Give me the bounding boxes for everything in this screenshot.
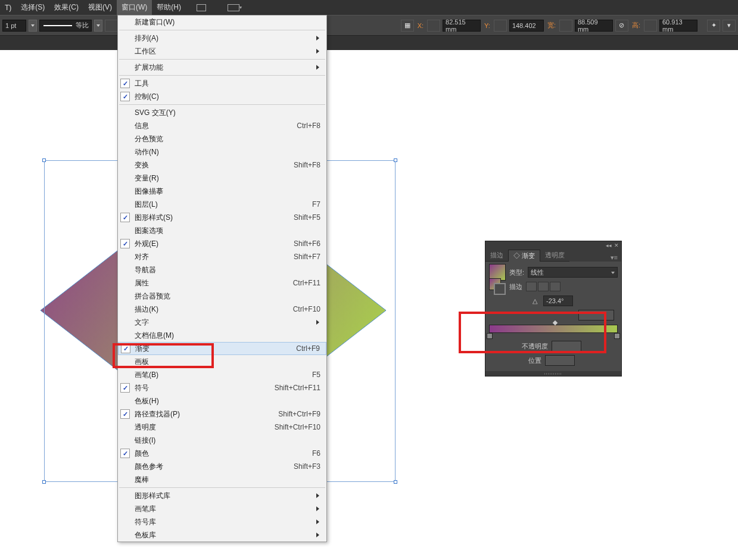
menu-row[interactable]: 画板 bbox=[118, 355, 326, 368]
menu-row[interactable]: ✓控制(C) bbox=[118, 90, 326, 103]
stroke-size-field[interactable]: 1 pt bbox=[2, 20, 26, 32]
menu-row[interactable]: 变量(R) bbox=[118, 172, 326, 185]
menu-label: 文档信息(M) bbox=[135, 331, 320, 341]
menu-label: 扩展功能 bbox=[135, 63, 320, 73]
menu-row[interactable]: SVG 交互(Y) bbox=[118, 106, 326, 119]
menu-item-select[interactable]: 选择(S) bbox=[16, 0, 49, 15]
menu-label: 工具 bbox=[135, 79, 320, 89]
link-icon[interactable]: ⊘ bbox=[615, 20, 628, 32]
menu-row[interactable]: ✓工具 bbox=[118, 77, 326, 90]
stroke-type-btn-3[interactable] bbox=[550, 282, 560, 291]
menu-row[interactable]: ✓渐变Ctrl+F9 bbox=[118, 342, 326, 355]
y-stepper[interactable] bbox=[494, 20, 507, 32]
check-icon: ✓ bbox=[121, 344, 130, 353]
panel-titlebar[interactable]: ◂◂ ✕ bbox=[485, 241, 621, 250]
stroke-type-btn-1[interactable] bbox=[526, 282, 537, 291]
menu-row[interactable]: 动作(N) bbox=[118, 145, 326, 158]
toolbar-icon-a[interactable]: ✦ bbox=[707, 20, 720, 32]
angle-field[interactable]: -23.4° bbox=[543, 295, 573, 306]
menu-row[interactable]: 魔棒 bbox=[118, 473, 326, 486]
location-label: 位置 bbox=[528, 356, 541, 365]
resize-handle-tr[interactable] bbox=[394, 158, 397, 162]
menu-row[interactable]: ✓路径查找器(P)Shift+Ctrl+F9 bbox=[118, 407, 326, 421]
menu-item-window[interactable]: 窗口(W) bbox=[117, 0, 152, 15]
stroke-type-btn-2[interactable] bbox=[538, 282, 549, 291]
y-field[interactable]: 148.402 bbox=[509, 20, 544, 32]
check-icon: ✓ bbox=[120, 213, 130, 222]
tab-gradient[interactable]: ◇ 渐变 bbox=[508, 250, 540, 262]
w-field[interactable]: 88.509 mm bbox=[575, 20, 613, 32]
location-field[interactable] bbox=[545, 355, 575, 366]
menu-row[interactable]: 属性Ctrl+F11 bbox=[118, 276, 326, 290]
panel-resize-grip[interactable] bbox=[485, 371, 621, 376]
menu-item-effect[interactable]: 效果(C) bbox=[49, 0, 83, 15]
panel-menu-icon[interactable]: ▾≡ bbox=[607, 254, 621, 262]
menu-row[interactable]: 描边(K)Ctrl+F10 bbox=[118, 303, 326, 316]
menubar: T) 选择(S) 效果(C) 视图(V) 窗口(W) 帮助(H) ▾ bbox=[0, 0, 738, 15]
menu-shortcut: F6 bbox=[312, 449, 320, 458]
menu-row[interactable]: 透明度Shift+Ctrl+F10 bbox=[118, 421, 326, 434]
menu-row[interactable]: 变换Shift+F8 bbox=[118, 158, 326, 172]
menu-row[interactable]: 分色预览 bbox=[118, 132, 326, 145]
w-stepper[interactable] bbox=[559, 20, 572, 32]
layout-icon-2[interactable]: ▾ bbox=[228, 2, 242, 14]
gradient-stop-left[interactable] bbox=[487, 333, 493, 340]
h-stepper[interactable] bbox=[644, 20, 657, 32]
menu-row[interactable]: 色板(H) bbox=[118, 394, 326, 407]
panel-collapse-icon[interactable]: ◂◂ bbox=[606, 242, 612, 248]
submenu-arrow-icon bbox=[316, 49, 322, 54]
opacity-field[interactable] bbox=[552, 341, 581, 351]
resize-handle-tl[interactable] bbox=[42, 158, 46, 162]
stroke-size-dropdown[interactable] bbox=[29, 20, 37, 32]
gradient-slider[interactable] bbox=[489, 325, 618, 337]
menu-row[interactable]: 导航器 bbox=[118, 263, 326, 276]
x-stepper[interactable] bbox=[427, 20, 440, 32]
menu-row[interactable]: 对齐Shift+F7 bbox=[118, 250, 326, 263]
stroke-style-dropdown[interactable] bbox=[94, 20, 102, 32]
gradient-bar[interactable] bbox=[489, 325, 618, 333]
layout-icon-1[interactable] bbox=[194, 2, 208, 14]
resize-handle-bl[interactable] bbox=[42, 480, 46, 484]
gradient-stop-right[interactable] bbox=[614, 333, 620, 340]
menu-row[interactable]: ✓图形样式(S)Shift+F5 bbox=[118, 211, 326, 224]
panel-close-icon[interactable]: ✕ bbox=[614, 242, 619, 248]
menu-item[interactable]: T) bbox=[0, 0, 16, 15]
menu-row[interactable]: 图层(L)F7 bbox=[118, 198, 326, 211]
menu-row[interactable]: 工作区 bbox=[118, 45, 326, 58]
menu-label: 描边(K) bbox=[135, 304, 293, 315]
menu-row[interactable]: 图像描摹 bbox=[118, 185, 326, 198]
menu-label: 文字 bbox=[135, 318, 320, 328]
menu-item-view[interactable]: 视图(V) bbox=[83, 0, 117, 15]
h-field[interactable]: 60.913 mm bbox=[659, 20, 697, 32]
menu-row[interactable]: 符号库 bbox=[118, 515, 326, 528]
toolbar-icon[interactable] bbox=[105, 20, 118, 32]
menu-item-help[interactable]: 帮助(H) bbox=[152, 0, 186, 15]
toolbar-icon-b[interactable]: ▾ bbox=[723, 20, 736, 32]
x-field[interactable]: 82.515 mm bbox=[443, 20, 481, 32]
ratio-field[interactable] bbox=[578, 310, 614, 321]
tab-transparency[interactable]: 透明度 bbox=[540, 250, 569, 262]
menu-row[interactable]: 颜色参考Shift+F3 bbox=[118, 460, 326, 473]
menu-row[interactable]: 拼合器预览 bbox=[118, 290, 326, 303]
menu-row[interactable]: 文档信息(M) bbox=[118, 329, 326, 342]
menu-row[interactable]: 新建窗口(W) bbox=[118, 15, 326, 29]
menu-row[interactable]: 色板库 bbox=[118, 528, 326, 542]
menu-row[interactable]: 排列(A) bbox=[118, 32, 326, 45]
stroke-style-field[interactable]: 等比 bbox=[39, 20, 92, 32]
type-select[interactable]: 线性 bbox=[528, 267, 618, 278]
menu-row[interactable]: 扩展功能 bbox=[118, 61, 326, 74]
menu-row[interactable]: 图形样式库 bbox=[118, 489, 326, 502]
fill-stroke-toggle[interactable] bbox=[489, 278, 506, 295]
grid-icon[interactable]: ▦ bbox=[401, 20, 414, 32]
menu-row[interactable]: 文字 bbox=[118, 316, 326, 329]
resize-handle-br[interactable] bbox=[394, 480, 397, 484]
menu-row[interactable]: 链接(I) bbox=[118, 434, 326, 447]
menu-row[interactable]: 画笔(B)F5 bbox=[118, 368, 326, 381]
menu-row[interactable]: 画笔库 bbox=[118, 502, 326, 515]
menu-row[interactable]: ✓外观(E)Shift+F6 bbox=[118, 237, 326, 250]
tab-stroke[interactable]: 描边 bbox=[485, 250, 508, 262]
menu-row[interactable]: ✓符号Shift+Ctrl+F11 bbox=[118, 381, 326, 394]
menu-row[interactable]: 信息Ctrl+F8 bbox=[118, 119, 326, 132]
menu-row[interactable]: 图案选项 bbox=[118, 224, 326, 237]
menu-row[interactable]: ✓颜色F6 bbox=[118, 447, 326, 460]
